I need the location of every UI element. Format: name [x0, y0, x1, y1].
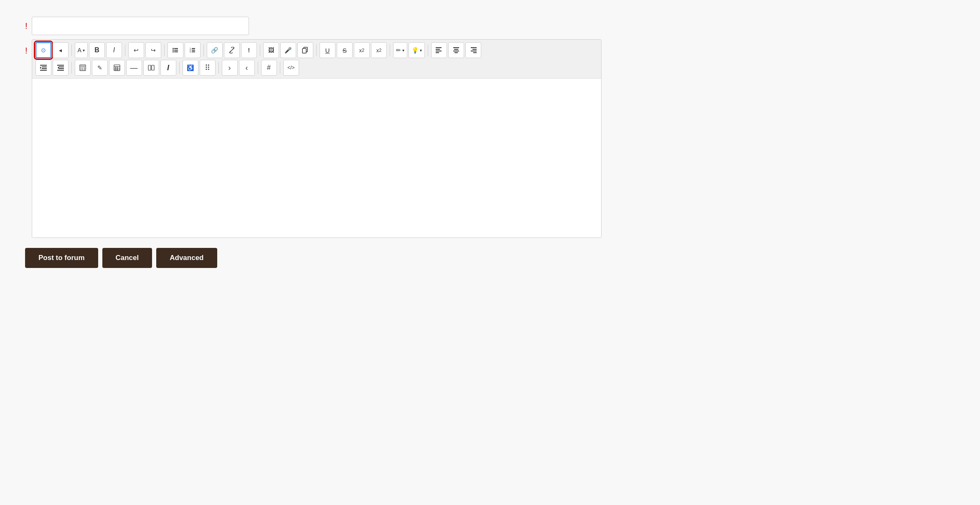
- bold-btn[interactable]: B: [89, 42, 105, 58]
- toolbar-separator-2: [125, 44, 125, 56]
- svg-rect-20: [454, 49, 458, 50]
- svg-rect-27: [40, 65, 47, 66]
- svg-rect-21: [453, 51, 459, 51]
- toolbar-separator-9: [71, 62, 72, 74]
- hash-btn[interactable]: #: [261, 60, 277, 76]
- svg-rect-35: [57, 70, 64, 71]
- bottom-buttons: Post to forum Cancel Advanced: [25, 248, 602, 268]
- svg-rect-7: [192, 50, 195, 51]
- svg-point-5: [173, 51, 174, 53]
- font-size-arrow: ▾: [83, 48, 85, 53]
- toolbar-row-1: ⊙ ◂ A ▾ B I ↩ ↪: [36, 42, 598, 58]
- svg-rect-16: [436, 49, 440, 50]
- svg-rect-26: [473, 52, 477, 53]
- superscript-btn[interactable]: x2: [371, 42, 387, 58]
- highlight-icon: ✏: [396, 47, 401, 54]
- align-left-icon: [436, 47, 442, 53]
- svg-rect-18: [436, 52, 439, 53]
- italic-btn[interactable]: I: [106, 42, 122, 58]
- subscript-btn[interactable]: x2: [354, 42, 370, 58]
- cursor-btn[interactable]: I: [160, 60, 176, 76]
- svg-rect-30: [40, 70, 47, 71]
- unlink-btn[interactable]: [224, 42, 240, 58]
- font-size-btn[interactable]: A ▾: [75, 42, 88, 58]
- svg-rect-41: [84, 68, 85, 69]
- font-size-label: A: [78, 47, 81, 54]
- advanced-button[interactable]: Advanced: [156, 248, 217, 268]
- redo-btn[interactable]: ↪: [145, 42, 161, 58]
- outdent-btn[interactable]: [53, 60, 69, 76]
- underline-btn[interactable]: U: [320, 42, 335, 58]
- svg-rect-15: [436, 47, 442, 48]
- light-btn[interactable]: 💡 ▾: [409, 42, 425, 58]
- arrow-right-btn[interactable]: ›: [222, 60, 238, 76]
- svg-rect-28: [42, 66, 47, 67]
- subject-row: !: [25, 17, 602, 35]
- undo-btn[interactable]: ↩: [128, 42, 144, 58]
- bullet-list-btn[interactable]: [168, 42, 183, 58]
- form-area: ! ! ⊙ ◂ A ▾ B: [25, 17, 602, 268]
- audio-btn[interactable]: 🎤: [280, 42, 296, 58]
- numbered-list-btn[interactable]: 1 2 3: [185, 42, 201, 58]
- svg-rect-2: [174, 51, 178, 52]
- svg-rect-52: [152, 65, 154, 70]
- image-btn[interactable]: 🖼: [263, 42, 279, 58]
- columns-btn[interactable]: [143, 60, 159, 76]
- toolbar-separator-13: [280, 62, 280, 74]
- align-right-icon: [470, 47, 477, 53]
- table-icon: [114, 64, 120, 71]
- align-right-btn[interactable]: [465, 42, 481, 58]
- expand-btn[interactable]: ◂: [53, 42, 69, 58]
- content-editable-area[interactable]: [32, 79, 601, 237]
- link-btn[interactable]: 🔗: [207, 42, 223, 58]
- svg-marker-36: [58, 66, 59, 69]
- subject-error-icon: !: [25, 21, 28, 31]
- svg-point-4: [173, 50, 174, 51]
- svg-text:3: 3: [190, 51, 191, 53]
- accessibility-btn[interactable]: ♿: [183, 60, 198, 76]
- toolbar-row-2: ✎ —: [36, 60, 598, 76]
- align-center-icon: [453, 47, 460, 53]
- toolbar-separator-4: [203, 44, 204, 56]
- bullet-list-icon: [172, 47, 179, 54]
- svg-rect-44: [84, 69, 85, 70]
- svg-marker-31: [40, 66, 41, 69]
- toolbar-separator-1: [71, 44, 72, 56]
- unlink-icon: [228, 47, 235, 54]
- numbered-list-icon: 1 2 3: [189, 47, 196, 54]
- source-btn[interactable]: ⊙: [36, 42, 51, 58]
- code-btn[interactable]: </>: [283, 60, 299, 76]
- toolbar-separator-3: [164, 44, 165, 56]
- editor-error-icon: !: [25, 46, 28, 56]
- strikethrough-btn[interactable]: S: [337, 42, 353, 58]
- svg-rect-29: [42, 68, 47, 69]
- braille-btn[interactable]: ⠿: [200, 60, 216, 76]
- special-char-btn[interactable]: !: [241, 42, 257, 58]
- svg-rect-19: [453, 47, 459, 48]
- svg-rect-51: [148, 65, 151, 70]
- copy-btn[interactable]: [297, 42, 313, 58]
- svg-rect-33: [59, 66, 64, 67]
- light-icon: 💡: [411, 47, 419, 54]
- highlight-btn[interactable]: ✏ ▾: [393, 42, 407, 58]
- edit-btn[interactable]: ✎: [92, 60, 108, 76]
- indent-btn[interactable]: [36, 60, 51, 76]
- toolbar-separator-8: [428, 44, 428, 56]
- outdent-icon: [57, 65, 64, 71]
- light-arrow: ▾: [420, 48, 422, 53]
- align-center-btn[interactable]: [448, 42, 464, 58]
- hr-btn[interactable]: —: [126, 60, 142, 76]
- align-left-btn[interactable]: [431, 42, 447, 58]
- svg-rect-43: [82, 69, 83, 70]
- svg-rect-6: [192, 48, 195, 49]
- toolbar: ⊙ ◂ A ▾ B I ↩ ↪: [32, 40, 601, 79]
- table-btn[interactable]: [109, 60, 125, 76]
- arrow-left-btn[interactable]: ‹: [239, 60, 255, 76]
- svg-rect-39: [81, 68, 81, 69]
- calculator-btn[interactable]: [75, 60, 91, 76]
- svg-rect-1: [174, 50, 178, 51]
- cancel-button[interactable]: Cancel: [102, 248, 152, 268]
- subject-input[interactable]: [32, 17, 249, 35]
- post-to-forum-button[interactable]: Post to forum: [25, 248, 98, 268]
- svg-rect-0: [174, 48, 178, 49]
